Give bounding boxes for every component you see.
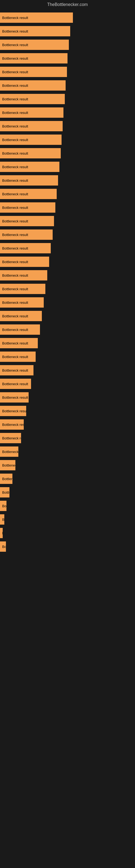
bar-row: Bottleneck result bbox=[0, 405, 135, 416]
bar-row: Bottleneck result bbox=[0, 473, 135, 485]
bottleneck-bar[interactable]: Bottleneck result bbox=[0, 311, 42, 321]
bar-row: Bottleneck result bbox=[0, 202, 135, 213]
bar-row: Bottleneck result bbox=[0, 229, 135, 240]
bottleneck-bar[interactable]: Bottleneck result bbox=[0, 26, 70, 36]
bottleneck-bar[interactable]: Bottleneck result bbox=[0, 514, 4, 525]
bar-row: Bottleneck result bbox=[0, 324, 135, 335]
bottleneck-bar[interactable]: Bottleneck result bbox=[0, 203, 55, 213]
bottleneck-bar[interactable]: Bottleneck result bbox=[0, 379, 31, 389]
bar-row: Bottleneck result bbox=[0, 527, 135, 539]
bar-row: Bottleneck result bbox=[0, 297, 135, 308]
bar-row: Bottleneck result bbox=[0, 12, 135, 23]
bar-row: Bottleneck result bbox=[0, 161, 135, 173]
bottleneck-bar[interactable]: Bottleneck result bbox=[0, 365, 34, 375]
bar-row: Bottleneck result bbox=[0, 26, 135, 37]
bar-row: Bottleneck result bbox=[0, 120, 135, 132]
bottleneck-bar[interactable]: Bottleneck result bbox=[0, 501, 6, 511]
bottleneck-bar[interactable]: Bottleneck result bbox=[0, 284, 45, 294]
bottleneck-bar[interactable]: Bottleneck result bbox=[0, 297, 44, 308]
bottleneck-bar[interactable]: Bottleneck result bbox=[0, 121, 63, 131]
bar-row: Bottleneck result bbox=[0, 107, 135, 118]
bar-row: Bottleneck result bbox=[0, 500, 135, 512]
bar-row: Bottleneck result bbox=[0, 175, 135, 186]
bottleneck-bar[interactable]: Bottleneck result bbox=[0, 528, 3, 538]
bottleneck-bar[interactable]: Bottleneck result bbox=[0, 229, 53, 240]
bottleneck-bar[interactable]: Bottleneck result bbox=[0, 12, 73, 23]
bottleneck-bar[interactable]: Bottleneck result bbox=[0, 406, 26, 416]
bar-row: Bottleneck result bbox=[0, 66, 135, 78]
bar-row: Bottleneck result bbox=[0, 378, 135, 390]
bottleneck-bar[interactable]: Bottleneck result bbox=[0, 189, 57, 199]
bottleneck-bar[interactable]: Bottleneck result bbox=[0, 216, 54, 226]
bar-row: Bottleneck result bbox=[0, 134, 135, 145]
bottleneck-bar[interactable]: Bottleneck result bbox=[0, 162, 59, 172]
bar-row: Bottleneck result bbox=[0, 337, 135, 349]
bottleneck-bar[interactable]: Bottleneck result bbox=[0, 351, 36, 362]
bottleneck-bar[interactable]: Bottleneck result bbox=[0, 67, 67, 77]
bottleneck-bar[interactable]: Bottleneck result bbox=[0, 107, 63, 118]
bottleneck-bar[interactable]: Bottleneck result bbox=[0, 392, 29, 403]
bottleneck-bar[interactable]: Bottleneck result bbox=[0, 148, 61, 158]
bar-row: Bottleneck result bbox=[0, 283, 135, 294]
bar-row: Bottleneck result bbox=[0, 256, 135, 268]
bar-row: Bottleneck result bbox=[0, 310, 135, 322]
bar-row: Bottleneck result bbox=[0, 460, 135, 471]
bottleneck-bar[interactable]: Bottleneck result bbox=[0, 134, 61, 145]
bar-row: Bottleneck result bbox=[0, 243, 135, 254]
bar-row: Bottleneck result bbox=[0, 215, 135, 227]
bottleneck-bar[interactable]: Bottleneck result bbox=[0, 324, 40, 335]
bars-container: Bottleneck resultBottleneck resultBottle… bbox=[0, 9, 135, 557]
bottleneck-bar[interactable]: Bottleneck result bbox=[0, 53, 68, 63]
bottleneck-bar[interactable]: Bottleneck result bbox=[0, 40, 69, 50]
bottleneck-bar[interactable]: Bottleneck result bbox=[0, 80, 65, 91]
bottleneck-bar[interactable]: Bottleneck result bbox=[0, 94, 65, 104]
bottleneck-bar[interactable]: Bottleneck result bbox=[0, 460, 15, 470]
bottleneck-bar[interactable]: Bottleneck result bbox=[0, 338, 38, 348]
bottleneck-bar[interactable]: Bottleneck result bbox=[0, 474, 12, 484]
bottleneck-bar[interactable]: Bottleneck result bbox=[0, 243, 51, 253]
bar-row: Bottleneck result bbox=[0, 53, 135, 64]
bottleneck-bar[interactable]: Bottleneck result bbox=[0, 420, 24, 430]
bottleneck-bar[interactable]: Bottleneck result bbox=[0, 433, 21, 443]
bottleneck-bar[interactable]: Bottleneck result bbox=[0, 175, 58, 186]
site-title: TheBottlenecker.com bbox=[0, 0, 135, 9]
bar-row: Bottleneck result bbox=[0, 39, 135, 51]
bottleneck-bar[interactable]: Bottleneck result bbox=[0, 257, 49, 267]
bar-row: Bottleneck result bbox=[0, 432, 135, 444]
bar-row: Bottleneck result bbox=[0, 351, 135, 362]
bar-row: Bottleneck result bbox=[0, 148, 135, 159]
bottleneck-bar[interactable]: Bottleneck result bbox=[0, 446, 18, 457]
bar-row: Bottleneck result bbox=[0, 446, 135, 457]
bottleneck-bar[interactable]: Bottleneck result bbox=[0, 270, 47, 280]
bar-row: Bottleneck result bbox=[0, 541, 135, 552]
bar-row: Bottleneck result bbox=[0, 80, 135, 91]
bar-row: Bottleneck result bbox=[0, 188, 135, 199]
bottleneck-bar[interactable]: Bottleneck result bbox=[0, 487, 9, 497]
bar-row: Bottleneck result bbox=[0, 487, 135, 498]
bar-row: Bottleneck result bbox=[0, 419, 135, 430]
bar-row: Bottleneck result bbox=[0, 93, 135, 105]
bottleneck-bar[interactable]: Bottleneck result bbox=[0, 541, 6, 552]
bar-row: Bottleneck result bbox=[0, 270, 135, 281]
bar-row: Bottleneck result bbox=[0, 365, 135, 376]
bar-row: Bottleneck result bbox=[0, 392, 135, 403]
bar-row: Bottleneck result bbox=[0, 514, 135, 525]
